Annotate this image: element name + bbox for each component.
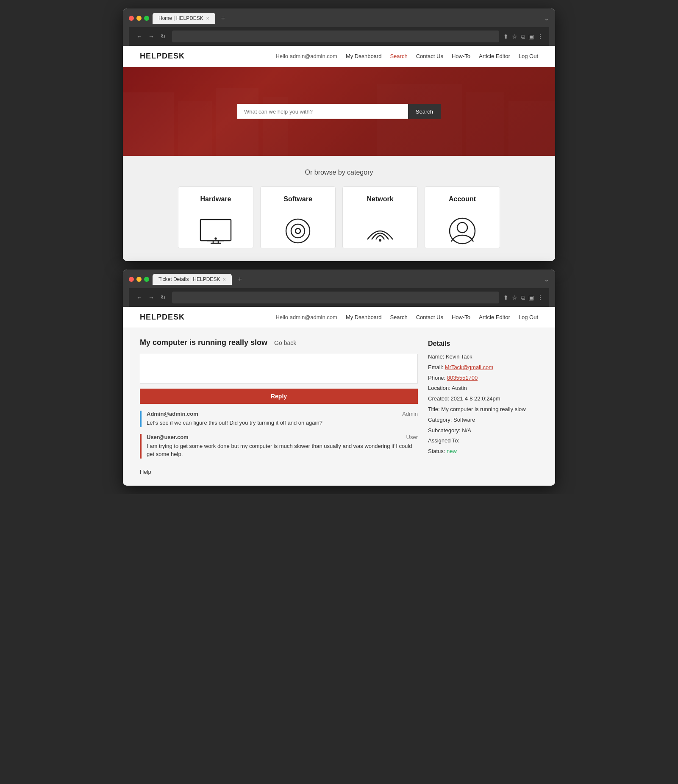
nav-buttons-2: ← → ↻ xyxy=(135,293,168,302)
details-created: Created: 2021-4-8 22:0:24pm xyxy=(428,395,538,403)
close-button-2[interactable] xyxy=(129,277,134,282)
details-title: Details xyxy=(428,340,538,348)
nav-logout-1[interactable]: Log Out xyxy=(519,53,538,59)
category-card-network[interactable]: Network xyxy=(342,186,418,248)
addressbar-2: ← → ↻ https://helpdesk.company.com/admin… xyxy=(129,288,549,307)
category-card-hardware[interactable]: Hardware xyxy=(178,186,253,248)
reload-button-2[interactable]: ↻ xyxy=(158,293,168,302)
hero-search-form: Search xyxy=(237,104,441,119)
category-name-software: Software xyxy=(267,195,328,203)
ticket-title-row: My computer is running really slow Go ba… xyxy=(140,338,418,347)
close-button[interactable] xyxy=(129,16,134,21)
share-icon[interactable]: ⬆ xyxy=(503,33,508,40)
minimize-button[interactable] xyxy=(136,16,142,21)
ticket-main: My computer is running really slow Go ba… xyxy=(123,328,555,486)
menu-icon[interactable]: ⋮ xyxy=(537,33,543,40)
details-email-label: Email: xyxy=(428,364,445,370)
category-card-software[interactable]: Software xyxy=(260,186,336,248)
reply-textarea[interactable] xyxy=(140,354,418,384)
details-status: Status: new xyxy=(428,447,538,456)
back-button[interactable]: ← xyxy=(135,32,144,41)
ticket-title: My computer is running really slow xyxy=(140,338,267,347)
comment-text-admin: Let's see if we can figure this out! Did… xyxy=(147,419,418,427)
browse-title: Or browse by category xyxy=(140,169,538,176)
nav-hello-2: Hello admin@admin.com xyxy=(275,314,337,320)
ticket-details-panel: Details Name: Kevin Tack Email: MrTack@g… xyxy=(428,338,538,475)
details-phone-value[interactable]: 8035551700 xyxy=(447,375,478,381)
maximize-button[interactable] xyxy=(144,16,149,21)
software-icon-svg xyxy=(281,214,315,248)
tab-close-icon-2[interactable]: ✕ xyxy=(222,277,226,282)
new-tab-button[interactable]: + xyxy=(219,14,228,23)
nav-article-editor-2[interactable]: Article Editor xyxy=(479,314,510,320)
minimize-button-2[interactable] xyxy=(136,277,142,282)
details-category: Category: Software xyxy=(428,416,538,425)
status-badge: new xyxy=(447,448,457,454)
menu-icon-2[interactable]: ⋮ xyxy=(537,294,543,301)
details-phone-label: Phone: xyxy=(428,375,447,381)
comment-header-user: User@user.com User xyxy=(147,434,418,440)
comment-role-user: User xyxy=(406,434,418,440)
nav-search-1[interactable]: Search xyxy=(390,53,407,59)
back-button-2[interactable]: ← xyxy=(135,293,144,302)
svg-point-13 xyxy=(286,219,310,243)
sidebar-toggle-icon-2[interactable]: ▣ xyxy=(528,294,534,301)
nav-contact-1[interactable]: Contact Us xyxy=(416,53,443,59)
nav-hello-1: Hello admin@admin.com xyxy=(275,53,337,59)
details-ticket-title: Title: My computer is running really slo… xyxy=(428,405,538,414)
category-grid: Hardware Software xyxy=(178,186,500,248)
site-content-1: HELPDESK Hello admin@admin.com My Dashbo… xyxy=(123,46,555,261)
tab-close-icon[interactable]: ✕ xyxy=(206,16,209,21)
new-tab-button-2[interactable]: + xyxy=(235,275,244,284)
details-status-label: Status: xyxy=(428,448,447,454)
nav-article-editor-1[interactable]: Article Editor xyxy=(479,53,510,59)
category-name-network: Network xyxy=(350,195,411,203)
hero-search-input[interactable] xyxy=(237,104,408,119)
details-email-value[interactable]: MrTack@gmail.com xyxy=(445,364,493,370)
category-card-account[interactable]: Account xyxy=(425,186,500,248)
help-link[interactable]: Help xyxy=(140,469,151,475)
forward-button-2[interactable]: → xyxy=(147,293,156,302)
nav-contact-2[interactable]: Contact Us xyxy=(416,314,443,320)
reload-button[interactable]: ↻ xyxy=(158,32,168,41)
share-icon-2[interactable]: ⬆ xyxy=(503,294,508,301)
nav-search-2[interactable]: Search xyxy=(390,314,407,320)
active-tab-2[interactable]: Ticket Details | HELPDESK ✕ xyxy=(153,274,232,285)
category-name-account: Account xyxy=(432,195,493,203)
url-bar-2[interactable]: https://helpdesk.company.com/admin/ticke… xyxy=(172,292,499,303)
extensions-icon[interactable]: ⧉ xyxy=(521,33,525,40)
nav-logout-2[interactable]: Log Out xyxy=(519,314,538,320)
nav-dashboard-2[interactable]: My Dashboard xyxy=(346,314,382,320)
nav-logo-2: HELPDESK xyxy=(140,313,185,322)
ticket-site-content: HELPDESK Hello admin@admin.com My Dashbo… xyxy=(123,307,555,486)
window-chevron-icon: ⌄ xyxy=(544,15,549,22)
nav-logo-1: HELPDESK xyxy=(140,52,185,61)
sidebar-toggle-icon[interactable]: ▣ xyxy=(528,33,534,40)
details-subcategory: Subcategory: N/A xyxy=(428,426,538,435)
category-name-hardware: Hardware xyxy=(185,195,246,203)
titlebar-1: Home | HELPDESK ✕ + ⌄ xyxy=(129,13,549,24)
maximize-button-2[interactable] xyxy=(144,277,149,282)
hardware-icon-svg xyxy=(199,214,233,248)
nav-dashboard-1[interactable]: My Dashboard xyxy=(346,53,382,59)
bookmark-icon-2[interactable]: ☆ xyxy=(512,294,517,301)
bookmark-icon[interactable]: ☆ xyxy=(512,33,517,40)
go-back-link[interactable]: Go back xyxy=(274,339,296,346)
hardware-icon xyxy=(185,210,246,248)
reply-button[interactable]: Reply xyxy=(140,389,418,404)
active-tab-1[interactable]: Home | HELPDESK ✕ xyxy=(153,13,215,24)
network-icon-svg xyxy=(363,214,397,248)
details-name: Name: Kevin Tack xyxy=(428,353,538,361)
url-bar-1[interactable]: https://helpdesk.company.com xyxy=(172,31,499,42)
extensions-icon-2[interactable]: ⧉ xyxy=(521,294,525,301)
comment-admin: Admin@admin.com Admin Let's see if we ca… xyxy=(140,411,418,427)
traffic-lights-2 xyxy=(129,277,149,282)
forward-button[interactable]: → xyxy=(147,32,156,41)
hero-search-button[interactable]: Search xyxy=(408,104,441,119)
nav-howto-2[interactable]: How-To xyxy=(452,314,470,320)
comment-role-admin: Admin xyxy=(402,411,418,417)
details-email: Email: MrTack@gmail.com xyxy=(428,363,538,372)
browse-section: Or browse by category Hardware xyxy=(123,156,555,261)
nav-links-1: Hello admin@admin.com My Dashboard Searc… xyxy=(275,53,538,59)
nav-howto-1[interactable]: How-To xyxy=(452,53,470,59)
